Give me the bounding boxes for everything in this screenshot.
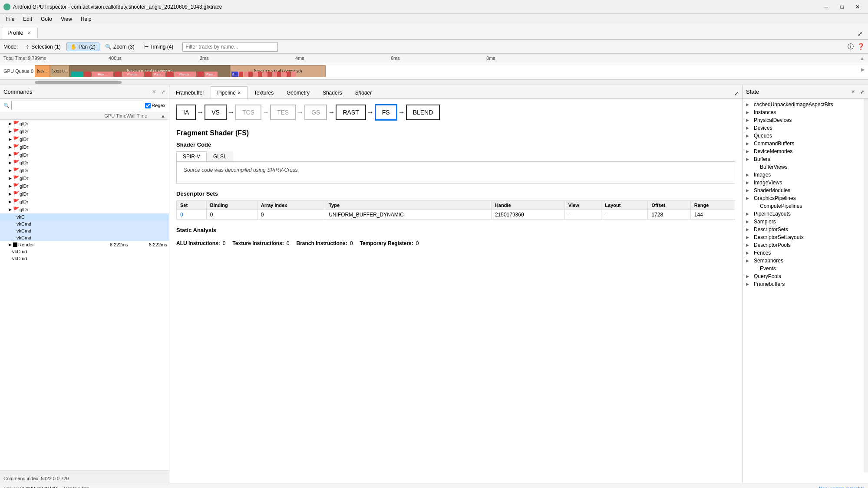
list-item[interactable]: ▶ 🚩 glDr bbox=[0, 174, 169, 182]
expand-button[interactable]: ⤢ bbox=[854, 29, 866, 39]
tab-geometry[interactable]: Geometry bbox=[280, 86, 316, 98]
list-item[interactable]: ▶ 🚩 glDr bbox=[0, 159, 169, 167]
minimize-button[interactable]: ─ bbox=[819, 3, 833, 11]
pipe-node-tes[interactable]: TES bbox=[270, 105, 296, 120]
list-item[interactable]: vkCmd bbox=[0, 227, 169, 234]
list-item[interactable]: ▶ 🚩 glDr bbox=[0, 198, 169, 206]
pipe-node-ia[interactable]: IA bbox=[176, 105, 196, 120]
list-item[interactable]: vkCmd bbox=[0, 255, 169, 262]
tab-spirv[interactable]: SPIR-V bbox=[176, 151, 207, 161]
cmd-expand-icon[interactable]: ▶ bbox=[9, 121, 13, 126]
tree-item-buffer-views[interactable]: BufferViews bbox=[743, 163, 868, 171]
commands-panel-expand[interactable]: ⤢ bbox=[161, 89, 165, 95]
timeline-scrollbar[interactable] bbox=[0, 80, 868, 85]
cmd-expand-icon[interactable]: ▶ bbox=[9, 192, 13, 196]
menu-file[interactable]: File bbox=[2, 15, 19, 23]
cmd-expand-icon[interactable]: ▶ bbox=[9, 160, 13, 165]
tree-item-buffers[interactable]: ▶ Buffers bbox=[743, 155, 868, 163]
pipe-node-fs[interactable]: FS bbox=[375, 104, 397, 121]
list-item[interactable]: ▶ 🚩 glDr bbox=[0, 151, 169, 159]
commands-scrollbar[interactable] bbox=[0, 470, 169, 474]
regex-checkbox[interactable] bbox=[145, 103, 151, 108]
help-icon[interactable]: ❓ bbox=[857, 43, 865, 51]
gpu-block-4[interactable]: [5323 0 0 2119] (720x1520) B... bbox=[230, 65, 326, 77]
list-item[interactable]: ▶ 🚩 glDr bbox=[0, 167, 169, 174]
pipe-node-gs[interactable]: GS bbox=[304, 105, 327, 120]
maximize-button[interactable]: □ bbox=[835, 3, 849, 11]
menu-view[interactable]: View bbox=[56, 15, 76, 23]
close-button[interactable]: ✕ bbox=[851, 3, 865, 11]
cmd-expand-icon[interactable]: ▶ bbox=[9, 176, 13, 180]
list-item[interactable]: ▶ 🚩 glDr bbox=[0, 206, 169, 213]
gpu-block-1[interactable]: [532... bbox=[35, 65, 50, 77]
list-item[interactable]: ▶ 🚩 glDr bbox=[0, 128, 169, 135]
tree-item-events[interactable]: Events bbox=[743, 265, 868, 272]
cmd-expand-icon[interactable]: ▶ bbox=[9, 129, 13, 134]
list-item[interactable]: ▶ 🚩 glDr bbox=[0, 143, 169, 151]
cmd-expand-icon[interactable]: ▶ bbox=[9, 168, 13, 173]
tree-item-images[interactable]: ▶ Images bbox=[743, 171, 868, 179]
tab-shader[interactable]: Shader bbox=[349, 86, 379, 98]
tree-item-pipeline-layouts[interactable]: ▶ PipelineLayouts bbox=[743, 210, 868, 218]
list-item[interactable]: ▶ 🚩 glDr bbox=[0, 182, 169, 190]
pipe-node-rast[interactable]: RAST bbox=[336, 105, 366, 120]
mode-selection-button[interactable]: ⊹ Selection (1) bbox=[21, 43, 64, 51]
mode-timing-button[interactable]: ⊢ Timing (4) bbox=[140, 43, 178, 51]
tree-item-query-pools[interactable]: ▶ QueryPools bbox=[743, 272, 868, 280]
tree-item-fences[interactable]: ▶ Fences bbox=[743, 249, 868, 257]
menu-goto[interactable]: Goto bbox=[36, 15, 56, 23]
list-item[interactable]: ▶ 🚩 glDr bbox=[0, 120, 169, 128]
tree-item-framebuffers[interactable]: ▶ Framebuffers bbox=[743, 280, 868, 288]
cmd-expand-icon[interactable]: ▶ bbox=[9, 184, 13, 188]
gpu-block-2[interactable]: [5323 0... bbox=[50, 65, 69, 77]
tab-textures[interactable]: Textures bbox=[248, 86, 280, 98]
tree-item-command-buffers[interactable]: ▶ CommandBuffers bbox=[743, 140, 868, 147]
cmd-expand-icon[interactable]: ▶ bbox=[9, 200, 13, 204]
state-panel-scrollbar[interactable] bbox=[865, 99, 868, 472]
tree-item-descriptor-pools[interactable]: ▶ DescriptorPools bbox=[743, 241, 868, 249]
set-link[interactable]: 0 bbox=[180, 212, 183, 218]
tree-item-graphics-pipelines[interactable]: ▶ GraphicsPipelines bbox=[743, 194, 868, 202]
info-icon[interactable]: ⓘ bbox=[848, 43, 854, 51]
tree-item-descriptor-sets[interactable]: ▶ DescriptorSets bbox=[743, 226, 868, 233]
list-item[interactable]: vkCmd bbox=[0, 220, 169, 227]
cmd-expand-icon[interactable]: ▶ bbox=[9, 242, 13, 247]
tree-item-instances[interactable]: ▶ Instances bbox=[743, 108, 868, 116]
list-item[interactable]: ▶ 🚩 glDr bbox=[0, 135, 169, 143]
tree-item-physical-devices[interactable]: ▶ PhysicalDevices bbox=[743, 116, 868, 124]
table-row[interactable]: 0 0 0 UNIFORM_BUFFER_DYNAMIC 2150179360 … bbox=[177, 210, 735, 220]
tree-item-descriptor-set-layouts[interactable]: ▶ DescriptorSetLayouts bbox=[743, 233, 868, 241]
cmd-expand-icon[interactable]: ▶ bbox=[9, 207, 13, 212]
tree-item-queues[interactable]: ▶ Queues bbox=[743, 132, 868, 140]
commands-panel-close[interactable]: ✕ bbox=[152, 89, 156, 95]
list-item-selected[interactable]: vkC bbox=[0, 213, 169, 220]
tree-item-devices[interactable]: ▶ Devices bbox=[743, 124, 868, 132]
cmd-expand-icon[interactable]: ▶ bbox=[9, 137, 13, 141]
tree-item-semaphores[interactable]: ▶ Semaphores bbox=[743, 257, 868, 265]
list-item[interactable]: vkCmd bbox=[0, 248, 169, 255]
menu-help[interactable]: Help bbox=[76, 15, 96, 23]
mode-zoom-button[interactable]: 🔍 Zoom (3) bbox=[101, 43, 139, 51]
tab-glsl[interactable]: GLSL bbox=[207, 151, 233, 161]
update-link[interactable]: New update available bbox=[819, 486, 865, 488]
tab-profile[interactable]: Profile ✕ bbox=[2, 27, 38, 39]
mode-pan-button[interactable]: ✋ Pan (2) bbox=[66, 43, 99, 51]
cmd-expand-icon[interactable]: ▶ bbox=[9, 145, 13, 149]
tree-item-samplers[interactable]: ▶ Samplers bbox=[743, 218, 868, 226]
regex-label[interactable]: Regex bbox=[145, 103, 165, 108]
tab-shaders[interactable]: Shaders bbox=[316, 86, 349, 98]
list-item-render[interactable]: ▶ Render 6.222ms 6.222ms bbox=[0, 241, 169, 248]
tree-item-cached[interactable]: ▶ cachedUnpackedImageAspectBits bbox=[743, 101, 868, 108]
commands-search-input[interactable] bbox=[11, 101, 143, 110]
state-panel-expand[interactable]: ⤢ bbox=[860, 89, 865, 95]
tree-item-device-memories[interactable]: ▶ DeviceMemories bbox=[743, 147, 868, 155]
tree-item-compute-pipelines[interactable]: ComputePipelines bbox=[743, 202, 868, 210]
pipe-node-tcs[interactable]: TCS bbox=[235, 105, 261, 120]
pipe-node-blend[interactable]: BLEND bbox=[406, 105, 440, 120]
tree-item-shader-modules[interactable]: ▶ ShaderModules bbox=[743, 187, 868, 194]
menu-edit[interactable]: Edit bbox=[19, 15, 36, 23]
tab-pipeline[interactable]: Pipeline ✕ bbox=[211, 86, 248, 98]
filter-tracks-input[interactable] bbox=[182, 42, 278, 52]
cmd-expand-icon[interactable]: ▶ bbox=[9, 153, 13, 157]
tree-item-image-views[interactable]: ▶ ImageViews bbox=[743, 179, 868, 187]
